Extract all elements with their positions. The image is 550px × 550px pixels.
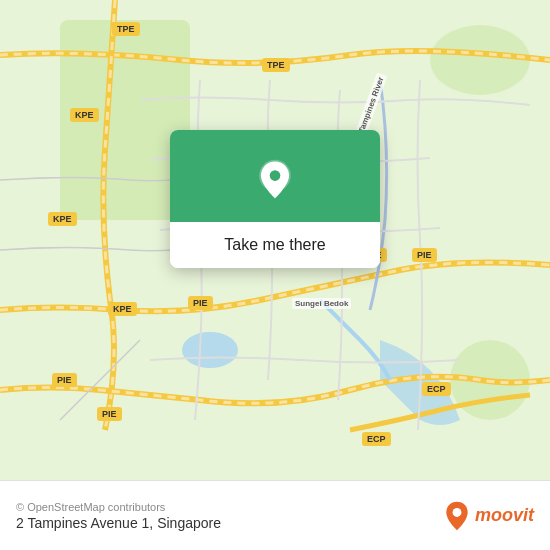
highway-label-kpe2: KPE [48,212,77,226]
highway-label-kpe3: KPE [108,302,137,316]
highway-label-pie1: PIE [188,296,213,310]
moovit-pin-icon [443,500,471,532]
location-pin-icon [253,158,297,202]
attribution-text: © OpenStreetMap contributors [16,501,221,513]
svg-point-7 [453,508,462,517]
svg-point-3 [430,25,530,95]
moovit-brand-name: moovit [475,505,534,526]
popup-green-header [170,130,380,222]
highway-label-tpe2: TPE [262,58,290,72]
map-container: TPE TPE KPE KPE KPE PIE PIE PIE PIE PIE … [0,0,550,480]
svg-point-6 [270,170,281,181]
highway-label-pie3: PIE [412,248,437,262]
attribution-and-address: © OpenStreetMap contributors 2 Tampines … [16,501,221,531]
highway-label-kpe1: KPE [70,108,99,122]
popup-card: Take me there [170,130,380,268]
moovit-logo: moovit [443,500,534,532]
highway-label-tpe1: TPE [112,22,140,36]
highway-label-ecp1: ECP [422,382,451,396]
bottom-bar: © OpenStreetMap contributors 2 Tampines … [0,480,550,550]
take-me-there-button[interactable]: Take me there [170,222,380,268]
address-text: 2 Tampines Avenue 1, Singapore [16,515,221,531]
road-label-sungei-bedok: Sungei Bedok [292,298,351,309]
highway-label-ecp2: ECP [362,432,391,446]
svg-point-1 [182,332,238,368]
highway-label-pie4: PIE [52,373,77,387]
highway-label-pie5: PIE [97,407,122,421]
